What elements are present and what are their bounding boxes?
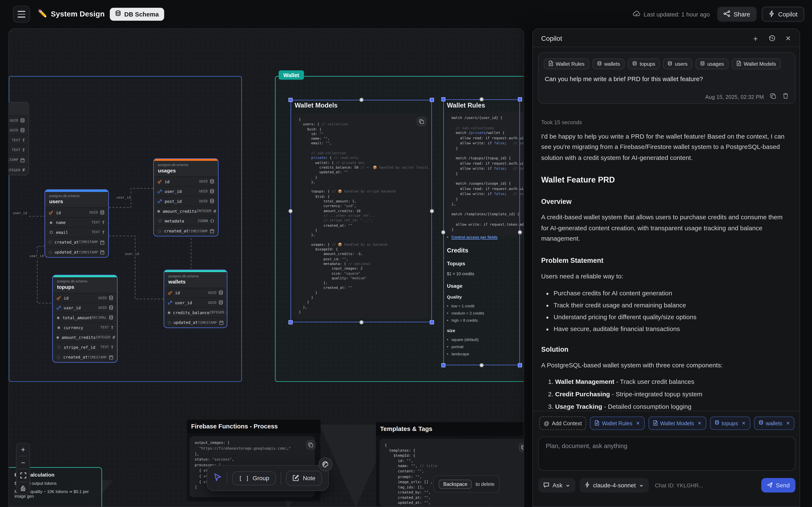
menu-icon[interactable] — [13, 6, 30, 23]
wallet-frame-label[interactable]: Wallet — [279, 70, 304, 80]
table-field-row[interactable]: TIMESTAMP — [8, 155, 29, 165]
control-access-link[interactable]: Control access per fields — [451, 235, 498, 239]
copy-icon[interactable] — [306, 440, 315, 450]
table-field-row[interactable]: amount_creditsINTEGER# — [154, 207, 218, 216]
context-chip-users[interactable]: users — [663, 59, 692, 69]
add-context-button[interactable]: @ Add Context — [539, 416, 587, 430]
wallet-models-code[interactable]: { users: { // collection $uid: { id: "" … — [294, 113, 428, 319]
zoom-out-button[interactable]: − — [16, 456, 30, 469]
credits-notes[interactable]: Control access per fields Credits Topups… — [447, 235, 524, 359]
table-users[interactable]: postgres.db.schemausersidUUIDnameTEXTTem… — [45, 189, 109, 258]
prompt-placeholder: Plan, document, ask anything — [546, 442, 627, 450]
chat-bubble-icon — [543, 482, 549, 489]
context-chip-topups[interactable]: topups — [628, 59, 660, 69]
copy-icon[interactable] — [417, 117, 426, 126]
mode-select[interactable]: Ask — [538, 478, 575, 493]
send-button[interactable]: Send — [761, 478, 795, 493]
selection-handle[interactable] — [441, 363, 446, 368]
table-field-row[interactable]: user_idUUID — [164, 298, 227, 308]
selection-handle[interactable] — [289, 209, 293, 213]
style-palette-icon[interactable] — [318, 457, 333, 471]
composer-context-row: @ Add Context Wallet Rules✕Wallet Models… — [539, 416, 797, 430]
table-field-row[interactable]: amount_creditsINTEGER# — [53, 333, 117, 343]
selection-handle[interactable] — [289, 320, 293, 325]
history-icon[interactable] — [768, 34, 776, 43]
table-field-row[interactable]: updated_atTIMESTAMP — [164, 318, 227, 328]
wallet-rules-code[interactable]: match /users/{user_id} { // sub-collecti… — [446, 112, 524, 236]
selection-handle[interactable] — [430, 209, 434, 213]
selection-handle[interactable] — [430, 320, 434, 325]
table-field-row[interactable]: INTEGER# — [8, 165, 29, 175]
table-field-row[interactable]: created_atTIMESTAMP — [154, 226, 218, 236]
fit-view-icon[interactable] — [16, 469, 30, 482]
table-field-row[interactable]: user_idUUID — [53, 303, 117, 313]
selection-handle[interactable] — [518, 363, 522, 368]
table-field-row[interactable]: idUUID — [53, 293, 117, 303]
table-field-row[interactable]: emailTEXTT — [45, 228, 108, 238]
composer-chip-wallet-models[interactable]: Wallet Models✕ — [648, 416, 706, 430]
selection-handle[interactable] — [479, 363, 484, 368]
copilot-button[interactable]: Copilot — [762, 7, 804, 22]
table-field-row[interactable]: stripe_ref_idTEXTT — [53, 342, 117, 352]
close-icon[interactable]: ✕ — [784, 34, 792, 43]
table-topups[interactable]: postgres.db.schematopupsidUUIDuser_idUUI… — [52, 275, 117, 362]
context-chip-wallet-models[interactable]: Wallet Models — [732, 59, 781, 69]
zoom-in-button[interactable]: + — [16, 443, 30, 456]
table-header[interactable]: postgres.db.schemausages — [154, 161, 218, 177]
composer-chip-wallet-rules[interactable]: Wallet Rules✕ — [590, 416, 645, 430]
table-field-row[interactable]: total_amountDECIMAL — [53, 313, 117, 323]
database-icon — [700, 61, 705, 67]
table-field-row[interactable]: idUUID — [154, 177, 218, 187]
table-header[interactable]: postgres.db.schemausers — [45, 192, 108, 208]
type-icon — [218, 300, 223, 305]
model-select[interactable]: claude-4-sonnet — [579, 478, 649, 493]
note-button[interactable]: Note — [286, 470, 322, 486]
table-header[interactable] — [8, 103, 29, 116]
selection-handle[interactable] — [430, 98, 434, 102]
table-field-row[interactable]: currencyTEXTT — [53, 323, 117, 333]
templates-block[interactable]: Templates & Tags { templates: { $tempId:… — [376, 422, 524, 507]
table-field-row[interactable]: idUUID — [164, 288, 227, 298]
prompt-input[interactable]: Plan, document, ask anything — [538, 437, 795, 471]
context-chip-usages[interactable]: usages — [696, 59, 729, 69]
copy-icon[interactable] — [770, 92, 776, 101]
composer-chip-topups[interactable]: topups✕ — [710, 416, 750, 430]
table-field-row[interactable]: nameTEXTT — [45, 218, 108, 228]
table-field-row[interactable]: UUID — [8, 126, 29, 135]
table-field-row[interactable]: created_atTIMESTAMP — [45, 237, 108, 247]
table-field-row[interactable]: post_idUUID — [154, 197, 218, 207]
table-usages[interactable]: postgres.db.schemausagesidUUIDuser_idUUI… — [153, 158, 219, 236]
new-chat-icon[interactable]: + — [751, 34, 760, 43]
composer-chip-wallets[interactable]: wallets✕ — [754, 416, 795, 430]
templates-code[interactable]: { templates: { $tempId: { id: "", name: … — [379, 439, 524, 507]
table-field-row[interactable]: TEXTT — [8, 145, 29, 155]
selection-handle[interactable] — [518, 97, 522, 101]
selection-handle[interactable] — [441, 97, 446, 101]
table-field-row[interactable]: metadataJSONB{} — [154, 216, 218, 226]
context-chip-wallet-rules[interactable]: Wallet Rules — [544, 59, 589, 69]
share-button[interactable]: Share — [717, 7, 756, 22]
delete-icon[interactable] — [782, 92, 789, 101]
table-field-row[interactable]: created_atTIMESTAMP — [53, 352, 117, 362]
selection-handle[interactable] — [479, 97, 484, 101]
table-field-row[interactable]: updated_atTIMESTAMP — [45, 247, 108, 257]
cursor-tool-icon[interactable] — [213, 472, 222, 483]
table-field-row[interactable]: UUID — [8, 116, 29, 126]
table-field-row[interactable]: TEXTT — [8, 135, 29, 146]
table-partial[interactable]: UUIDUUIDTEXTTTEXTTTIMESTAMPINTEGER# — [8, 102, 29, 175]
context-chip-wallets[interactable]: wallets — [592, 59, 625, 69]
selection-handle[interactable] — [289, 98, 293, 102]
lock-icon[interactable] — [16, 482, 30, 495]
selection-handle[interactable] — [441, 230, 446, 234]
table-header[interactable]: postgres.db.schematopups — [53, 277, 117, 293]
selection-handle[interactable] — [518, 230, 522, 234]
table-field-row[interactable]: credits_balanceINTEGER# — [164, 308, 227, 318]
copy-icon[interactable] — [519, 443, 524, 452]
table-field-row[interactable]: user_idUUID — [154, 187, 218, 197]
table-field-row[interactable]: idUUID — [45, 208, 108, 218]
diagram-canvas[interactable]: Wallet user_id user_id user_id user_id U… — [8, 29, 524, 507]
tab-db-schema[interactable]: DB Schema — [110, 8, 164, 21]
group-button[interactable]: [ ] Group — [232, 471, 276, 485]
table-header[interactable]: postgres.db.schemawallets — [164, 272, 227, 288]
table-wallets[interactable]: postgres.db.schemawalletsidUUIDuser_idUU… — [164, 270, 227, 328]
